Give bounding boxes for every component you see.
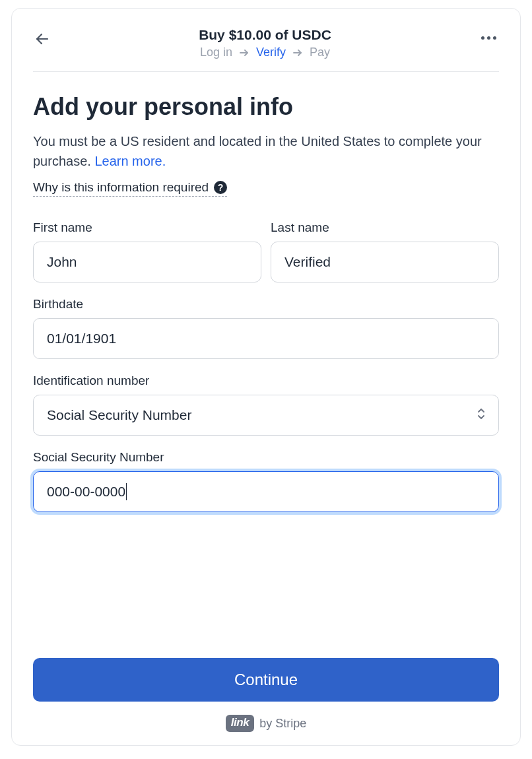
breadcrumb: Log in Verify Pay [51,46,479,59]
divider [33,71,499,72]
breadcrumb-pay: Pay [310,46,330,59]
chevron-right-icon [240,46,249,59]
text-cursor [126,483,127,500]
first-name-label: First name [33,220,261,235]
help-icon: ? [214,181,227,194]
id-number-select[interactable]: Social Security Number [33,395,499,436]
id-number-selected: Social Security Number [47,407,191,423]
ssn-value: 000-00-0000 [47,484,125,500]
arrow-left-icon [34,31,50,47]
id-number-label: Identification number [33,374,499,388]
last-name-group: Last name [271,220,499,282]
last-name-label: Last name [271,220,499,235]
header: Buy $10.00 of USDC Log in Verify Pay [33,27,499,59]
first-name-input[interactable] [33,242,261,282]
by-stripe-text: by Stripe [259,717,306,731]
back-button[interactable] [33,30,51,48]
birthdate-row: Birthdate [33,297,499,359]
ssn-row: Social Security Number 000-00-0000 [33,450,499,512]
breadcrumb-verify: Verify [256,46,286,59]
footer: link by Stripe [33,715,499,732]
header-title: Buy $10.00 of USDC [51,27,479,43]
page-description: You must be a US resident and located in… [33,131,499,171]
id-number-group: Identification number Social Security Nu… [33,374,499,436]
birthdate-label: Birthdate [33,297,499,312]
ssn-group: Social Security Number 000-00-0000 [33,450,499,512]
why-required-link[interactable]: Why is this information required ? [33,180,227,197]
page-title: Add your personal info [33,93,499,121]
name-row: First name Last name [33,220,499,282]
birthdate-input[interactable] [33,318,499,359]
birthdate-group: Birthdate [33,297,499,359]
last-name-input[interactable] [271,242,499,282]
checkout-modal: Buy $10.00 of USDC Log in Verify Pay Add… [11,8,521,746]
continue-button[interactable]: Continue [33,658,499,702]
ssn-input[interactable]: 000-00-0000 [33,471,499,512]
chevron-right-icon [293,46,302,59]
learn-more-link[interactable]: Learn more. [94,154,166,168]
id-number-row: Identification number Social Security Nu… [33,374,499,436]
more-menu-button[interactable] [479,34,499,42]
breadcrumb-login: Log in [200,46,232,59]
why-required-text: Why is this information required [33,180,209,195]
ssn-label: Social Security Number [33,450,499,465]
dots-icon [481,36,484,40]
link-logo: link [226,715,254,732]
first-name-group: First name [33,220,261,282]
header-center: Buy $10.00 of USDC Log in Verify Pay [51,27,479,59]
